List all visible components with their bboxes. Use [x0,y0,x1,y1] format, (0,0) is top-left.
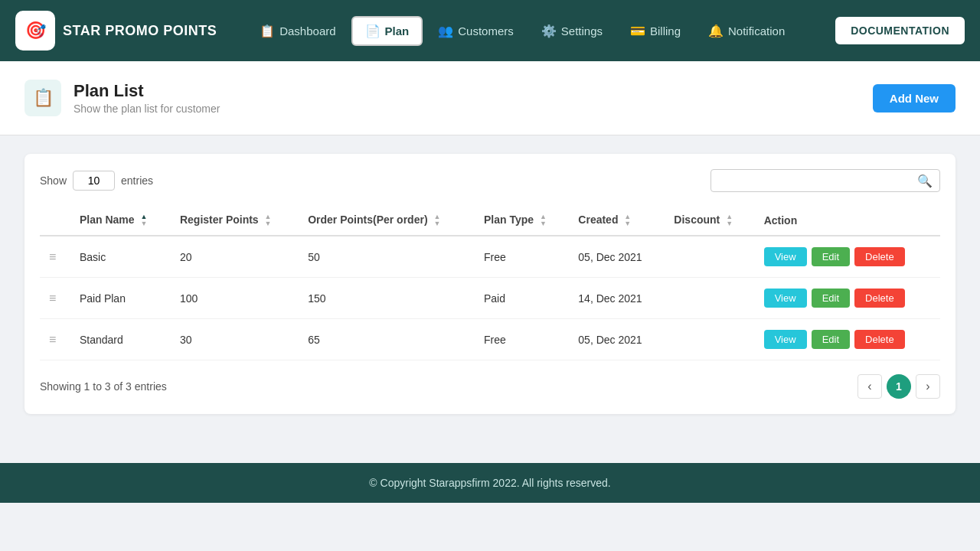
sort-icon-plan-type: ▲▼ [540,214,547,227]
settings-icon: ⚙️ [541,24,557,38]
cell-order-points: 50 [299,236,475,278]
col-order-points[interactable]: Order Points(Per order) ▲▼ [299,206,475,236]
edit-button[interactable]: Edit [812,289,850,308]
nav-items: 📋 Dashboard 📄 Plan 👥 Customers ⚙️ Settin… [247,16,835,46]
cell-created: 05, Dec 2021 [569,319,665,360]
nav-label-notification: Notification [728,24,785,37]
nav-item-billing[interactable]: 💳 Billing [618,18,693,44]
footer: © Copyright Starappsfirm 2022. All right… [0,463,980,503]
col-plan-type[interactable]: Plan Type ▲▼ [475,206,569,236]
brand-icon: 🎯 [25,21,46,41]
sort-icon-created: ▲▼ [624,214,631,227]
cell-register-points: 30 [171,319,299,360]
plan-icon: 📄 [365,24,381,38]
nav-label-billing: Billing [650,24,681,37]
table-footer: Showing 1 to 3 of 3 entries ‹ 1 › [40,374,940,399]
table-row: ≡ Standard 30 65 Free 05, Dec 2021 View … [40,319,940,360]
col-action: Action [755,206,940,236]
dashboard-icon: 📋 [260,24,275,38]
page-header: 📋 Plan List Show the plan list for custo… [0,61,980,135]
nav-item-settings[interactable]: ⚙️ Settings [529,18,615,44]
search-icon: 🔍 [917,174,933,188]
cell-plan-name: Basic [70,236,171,278]
show-entries: Show 10 entries [40,171,153,191]
footer-text: © Copyright Starappsfirm 2022. All right… [369,477,610,489]
cell-created: 14, Dec 2021 [569,278,665,319]
col-register-points[interactable]: Register Points ▲▼ [171,206,299,236]
table-row: ≡ Paid Plan 100 150 Paid 14, Dec 2021 Vi… [40,278,940,319]
drag-handle[interactable]: ≡ [40,319,70,360]
cell-discount [665,319,754,360]
documentation-button[interactable]: DOCUMENTATION [835,17,965,44]
nav-item-notification[interactable]: 🔔 Notification [696,18,797,44]
page-title: Plan List [74,81,220,101]
billing-icon: 💳 [630,24,645,38]
table-row: ≡ Basic 20 50 Free 05, Dec 2021 View Edi… [40,236,940,278]
cell-action: View Edit Delete [755,236,940,278]
col-drag [40,206,70,236]
drag-handle[interactable]: ≡ [40,236,70,278]
cell-action: View Edit Delete [755,278,940,319]
table-card: Show 10 entries 🔍 Plan Name ▲ ▼ [24,154,956,414]
edit-button[interactable]: Edit [812,330,850,349]
view-button[interactable]: View [764,330,807,349]
sort-icon-plan-name: ▲ ▼ [140,214,147,227]
sort-icon-discount: ▲▼ [726,214,733,227]
cell-plan-name: Paid Plan [70,278,171,319]
table-header-row: Plan Name ▲ ▼ Register Points ▲▼ Order P… [40,206,940,236]
delete-button[interactable]: Delete [854,330,905,349]
cell-discount [665,278,754,319]
cell-order-points: 150 [299,278,475,319]
page-header-left: 📋 Plan List Show the plan list for custo… [24,80,220,116]
nav-label-dashboard: Dashboard [279,24,335,37]
col-discount[interactable]: Discount ▲▼ [665,206,754,236]
brand-logo: 🎯 [15,11,55,51]
plan-table: Plan Name ▲ ▼ Register Points ▲▼ Order P… [40,206,940,360]
notification-icon: 🔔 [708,24,724,38]
cell-discount [665,236,754,278]
cell-action: View Edit Delete [755,319,940,360]
page-title-group: Plan List Show the plan list for custome… [74,81,220,115]
customers-icon: 👥 [438,24,453,38]
nav-item-dashboard[interactable]: 📋 Dashboard [247,18,348,44]
show-label: Show [40,174,67,187]
col-plan-name[interactable]: Plan Name ▲ ▼ [70,206,171,236]
navbar: 🎯 STAR PROMO POINTS 📋 Dashboard 📄 Plan 👥… [0,0,980,61]
drag-handle[interactable]: ≡ [40,278,70,319]
cell-plan-type: Free [475,319,569,360]
brand-title: STAR PROMO POINTS [63,23,217,39]
search-box: 🔍 [710,169,940,192]
entries-info: Showing 1 to 3 of 3 entries [40,380,167,393]
entries-label: entries [121,174,153,187]
cell-plan-type: Paid [475,278,569,319]
entries-input[interactable]: 10 [73,171,115,191]
page-subtitle: Show the plan list for customer [74,103,220,115]
view-button[interactable]: View [764,247,807,266]
pagination-page-1[interactable]: 1 [887,374,911,399]
nav-item-plan[interactable]: 📄 Plan [351,16,423,46]
brand: 🎯 STAR PROMO POINTS [15,11,217,51]
sort-icon-order-points: ▲▼ [433,214,440,227]
delete-button[interactable]: Delete [854,247,905,266]
sort-icon-register-points: ▲▼ [265,214,272,227]
cell-order-points: 65 [299,319,475,360]
view-button[interactable]: View [764,289,807,308]
add-new-button[interactable]: Add New [873,84,956,112]
pagination-prev[interactable]: ‹ [858,374,882,399]
cell-plan-type: Free [475,236,569,278]
cell-register-points: 20 [171,236,299,278]
cell-created: 05, Dec 2021 [569,236,665,278]
delete-button[interactable]: Delete [854,289,905,308]
col-created[interactable]: Created ▲▼ [569,206,665,236]
pagination-next[interactable]: › [916,374,940,399]
nav-label-customers: Customers [458,24,514,37]
search-input[interactable] [710,169,940,192]
page-icon: 📋 [24,80,61,116]
nav-label-settings: Settings [561,24,603,37]
cell-register-points: 100 [171,278,299,319]
cell-plan-name: Standard [70,319,171,360]
table-controls: Show 10 entries 🔍 [40,169,940,192]
nav-label-plan: Plan [385,24,410,37]
edit-button[interactable]: Edit [812,247,850,266]
nav-item-customers[interactable]: 👥 Customers [426,18,526,44]
